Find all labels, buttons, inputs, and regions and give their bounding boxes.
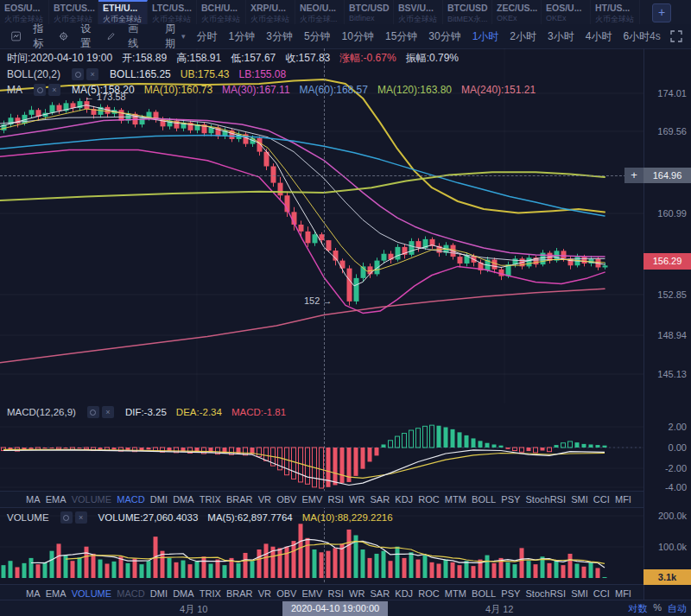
interval-30分钟[interactable]: 30分钟: [428, 29, 460, 44]
indicator-tab-BRAR[interactable]: BRAR: [226, 494, 253, 505]
draw-line-button[interactable]: 画线: [106, 22, 143, 51]
indicator-tab-MFI[interactable]: MFI: [615, 494, 631, 505]
indicator-tab-StochRSI[interactable]: StochRSI: [526, 588, 566, 599]
indicator-tab-MACD[interactable]: MACD: [117, 494, 144, 505]
pair-tab-BTC/USD[interactable]: BTC/USDBitMEX永...: [443, 0, 492, 24]
interval-3小时[interactable]: 3小时: [548, 29, 574, 44]
indicator-tab-ROC[interactable]: ROC: [418, 588, 439, 599]
indicator-tab-RSI[interactable]: RSI: [328, 494, 344, 505]
indicator-tab-EMA[interactable]: EMA: [46, 588, 67, 599]
indicator-tab-BRAR[interactable]: BRAR: [226, 588, 253, 599]
log-scale-toggle[interactable]: 对数: [628, 602, 647, 615]
interval-6小时[interactable]: 6小时: [623, 29, 650, 44]
legend-settings-icon[interactable]: [87, 406, 99, 418]
pair-tab-BTC/USD[interactable]: BTC/USDBitfinex: [345, 0, 394, 24]
indicator-tab-RSI[interactable]: RSI: [328, 588, 344, 599]
indicator-tab-PSY[interactable]: PSY: [501, 588, 520, 599]
indicator-tab-OBV[interactable]: OBV: [276, 588, 296, 599]
legend-close-icon[interactable]: ×: [102, 406, 114, 418]
price-axis[interactable]: 174.01169.56160.99152.85148.94145.132.00…: [643, 48, 691, 600]
indicator-tab-EMV[interactable]: EMV: [302, 588, 323, 599]
indicator-tab-CCI[interactable]: CCI: [593, 588, 610, 599]
legend-close-icon[interactable]: ×: [48, 84, 60, 96]
pair-tab-XRP/U...[interactable]: XRP/U...火币全球站: [246, 0, 295, 24]
indicator-tab-VOLUME[interactable]: VOLUME: [72, 588, 111, 599]
indicator-tab-DMA[interactable]: DMA: [173, 588, 193, 599]
indicator-tab-PSY[interactable]: PSY: [501, 494, 520, 505]
indicator-tab-WR[interactable]: WR: [349, 494, 365, 505]
pair-tab-ETH/U...[interactable]: ETH/U...火币全球站: [98, 0, 148, 24]
legend-indicator-name: MACD(12,26,9): [7, 407, 76, 417]
indicator-tab-MA[interactable]: MA: [26, 588, 41, 599]
legend-settings-icon[interactable]: [60, 511, 73, 524]
indicator-tab-KDJ[interactable]: KDJ: [395, 588, 413, 599]
interval-15分钟[interactable]: 15分钟: [385, 29, 417, 44]
scale-toggles: 对数 % 自动: [628, 602, 687, 615]
pair-tab-EOS/U...[interactable]: EOS/U...OKEx: [542, 0, 591, 24]
interval-5分钟[interactable]: 5分钟: [304, 29, 331, 44]
pair-tab-EOS/U...[interactable]: EOS/U...火币全球站: [0, 0, 49, 24]
indicator-tab-SAR[interactable]: SAR: [371, 494, 390, 505]
indicator-tab-MTM[interactable]: MTM: [445, 588, 466, 599]
indicator-tab-SMI[interactable]: SMI: [571, 588, 588, 599]
pair-tab-symbol: BTC/USD: [349, 3, 389, 13]
legend-settings-icon[interactable]: [72, 68, 84, 80]
time-axis[interactable]: 4月 10 2020-04-10 19:00:00 4月 12 对数 % 自动: [0, 600, 691, 616]
indicator-tab-VOLUME[interactable]: VOLUME: [72, 494, 111, 505]
indicator-tab-MFI[interactable]: MFI: [615, 588, 631, 599]
period-label: 周期: [165, 22, 175, 51]
indicator-tab-StochRSI[interactable]: StochRSI: [526, 494, 566, 505]
pair-tab-HT/US...[interactable]: HT/US...火币全球站: [591, 0, 640, 24]
pair-tab-NEO/U...[interactable]: NEO/U...火币全球...: [295, 0, 345, 24]
indicator-tab-EMA[interactable]: EMA: [46, 494, 67, 505]
indicator-tab-VR[interactable]: VR: [258, 588, 271, 599]
legend-close-icon[interactable]: ×: [75, 511, 87, 524]
crosshair-add-order-button[interactable]: +: [624, 168, 643, 183]
indicator-tab-SAR[interactable]: SAR: [371, 588, 390, 599]
legend-close-icon[interactable]: ×: [86, 68, 98, 80]
indicator-button[interactable]: 指标: [11, 22, 48, 51]
time-tick-left: 4月 10: [180, 603, 207, 616]
indicator-tab-BOLL[interactable]: BOLL: [472, 588, 496, 599]
add-pair-tab-button[interactable]: +: [652, 3, 671, 22]
fullscreen-icon[interactable]: [669, 29, 683, 43]
interval-分时[interactable]: 分时: [197, 29, 218, 44]
indicator-tab-WR[interactable]: WR: [349, 588, 365, 599]
interval-1小时[interactable]: 1小时: [472, 29, 499, 44]
pair-tab-ZEC/US...[interactable]: ZEC/US...OKEx: [492, 0, 542, 24]
interval-10分钟[interactable]: 10分钟: [342, 29, 374, 44]
pair-tab-symbol: HT/US...: [595, 3, 635, 13]
indicator-tab-OBV[interactable]: OBV: [276, 494, 296, 505]
interval-2小时[interactable]: 2小时: [510, 29, 536, 44]
period-dropdown[interactable]: 周期 ▾: [165, 22, 186, 51]
interval-3分钟[interactable]: 3分钟: [266, 29, 293, 44]
legend-settings-icon[interactable]: [34, 84, 46, 96]
indicator-tab-DMI[interactable]: DMI: [150, 494, 168, 505]
indicator-tab-KDJ[interactable]: KDJ: [395, 494, 413, 505]
indicator-tab-CCI[interactable]: CCI: [593, 494, 610, 505]
indicator-tab-DMI[interactable]: DMI: [150, 588, 168, 599]
pair-tab-BCH/U...[interactable]: BCH/U...火币全球站: [197, 0, 246, 24]
indicator-tab-MA[interactable]: MA: [26, 494, 41, 505]
pair-tab-LTC/US...[interactable]: LTC/US...火币全球站: [148, 0, 197, 24]
indicator-tab-BOLL[interactable]: BOLL: [472, 494, 496, 505]
indicator-tab-SMI[interactable]: SMI: [571, 494, 588, 505]
indicator-tab-EMV[interactable]: EMV: [302, 494, 323, 505]
indicator-tab-MTM[interactable]: MTM: [445, 494, 466, 505]
percent-scale-toggle[interactable]: %: [653, 602, 662, 615]
interval-1分钟[interactable]: 1分钟: [229, 29, 256, 44]
indicator-tab-ROC[interactable]: ROC: [418, 494, 439, 505]
pair-tab-BTC/US...[interactable]: BTC/US...火币全球站: [49, 0, 98, 24]
volume-tick: 200.0k: [658, 511, 687, 521]
legend-value: DEA:-2.34: [176, 407, 222, 417]
pair-tab-exchange: Bitfinex: [349, 14, 389, 22]
indicator-tab-VR[interactable]: VR: [258, 494, 271, 505]
pair-tab-BSV/U...[interactable]: BSV/U...火币全球站: [394, 0, 443, 24]
indicator-tab-DMA[interactable]: DMA: [173, 494, 193, 505]
auto-scale-toggle[interactable]: 自动: [668, 602, 687, 615]
indicator-tab-TRIX[interactable]: TRIX: [200, 494, 221, 505]
settings-button[interactable]: 设置: [59, 22, 95, 51]
interval-4小时[interactable]: 4小时: [586, 29, 612, 44]
indicator-tab-MACD[interactable]: MACD: [117, 588, 144, 599]
indicator-tab-TRIX[interactable]: TRIX: [200, 588, 221, 599]
